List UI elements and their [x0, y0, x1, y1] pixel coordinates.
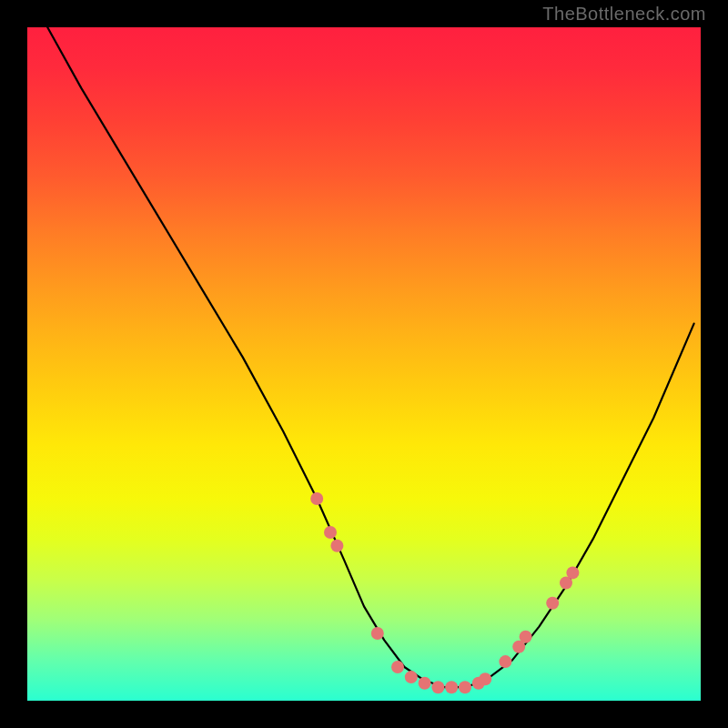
marker-dot [330, 540, 343, 552]
chart-svg [27, 27, 701, 701]
marker-dot [546, 597, 559, 610]
marker-dot [371, 627, 384, 640]
marker-dot [310, 492, 323, 505]
marker-dot [419, 677, 431, 690]
curve-line [47, 27, 693, 687]
marker-dot [520, 631, 532, 643]
marker-dot [391, 661, 404, 673]
marker-dot [431, 681, 444, 693]
marker-dot [459, 681, 471, 693]
marker-dot [499, 655, 511, 668]
chart-stage: TheBottleneck.com [0, 0, 728, 728]
marker-dot [479, 672, 491, 685]
marker-dot [324, 526, 337, 539]
watermark-text: TheBottleneck.com [542, 4, 706, 25]
marker-dot [566, 566, 579, 579]
plot-area [27, 27, 701, 701]
marker-dot [405, 671, 418, 683]
marker-group [310, 492, 579, 693]
marker-dot [445, 681, 458, 693]
